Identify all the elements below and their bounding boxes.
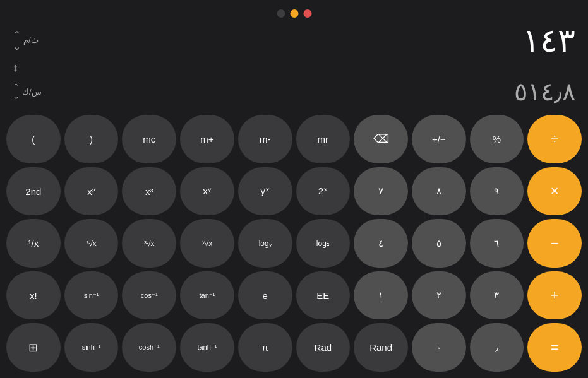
btn-x_[interactable]: x² — [64, 167, 119, 216]
btn-_[interactable]: ٦ — [470, 219, 524, 268]
btn-_[interactable]: − — [527, 219, 582, 268]
btn-tan__[interactable]: tan⁻¹ — [180, 271, 234, 320]
btn-2_[interactable]: 2ˣ — [296, 167, 351, 216]
secondary-value: ٥١٤٫٨ — [514, 77, 575, 106]
main-value: ١٤٣ — [522, 23, 575, 59]
btn-_[interactable]: ) — [64, 115, 119, 163]
btn-_[interactable]: ÷ — [527, 115, 582, 163]
btn-_[interactable]: ( — [6, 115, 61, 163]
button-row-0: ()mcm+m-mr⌫+/−%÷ — [6, 115, 582, 163]
btn-sin__[interactable]: sin⁻¹ — [64, 271, 119, 320]
btn-_[interactable]: ⊞ — [6, 323, 61, 372]
btn-x_[interactable]: xʸ — [180, 167, 234, 216]
button-row-3: x!sin⁻¹cos⁻¹tan⁻¹eEE١٢٣+ — [6, 271, 582, 320]
button-row-1: 2ndx²x³xʸyˣ2ˣ٧٨٩× — [6, 167, 582, 216]
btn-y_[interactable]: yˣ — [238, 167, 292, 216]
btn-EE[interactable]: EE — [296, 271, 351, 320]
button-row-4: ⊞sinh⁻¹cosh⁻¹tanh⁻¹πRadRand٠٫= — [6, 323, 582, 372]
btn-_[interactable]: π — [238, 323, 292, 372]
chevron-up-down-icon-2: ⌃⌄ — [13, 82, 20, 101]
btn-mr[interactable]: mr — [296, 115, 351, 163]
btn-_[interactable]: ١ — [354, 271, 408, 320]
btn-2nd[interactable]: 2nd — [6, 167, 61, 216]
btn-_[interactable]: ٢ — [412, 271, 466, 320]
btn-log_[interactable]: logᵧ — [238, 219, 292, 268]
convert-arrow-icon[interactable]: ↕ — [13, 59, 575, 77]
chevron-up-down-icon: ⌃⌄ — [13, 30, 21, 52]
btn-_[interactable]: % — [470, 115, 524, 163]
traffic-lights — [277, 9, 311, 18]
btn-cos__[interactable]: cos⁻¹ — [122, 271, 176, 320]
minimize-button[interactable] — [277, 9, 285, 18]
btn-x_[interactable]: x! — [6, 271, 61, 320]
btn-x_[interactable]: x³ — [122, 167, 176, 216]
unit-selector-top[interactable]: ث/م ⌃⌄ — [13, 30, 39, 52]
btn-_[interactable]: ٧ — [354, 167, 408, 216]
maximize-button[interactable] — [290, 9, 298, 18]
calculator-body: ()mcm+m-mr⌫+/−%÷2ndx²x³xʸyˣ2ˣ٧٨٩×¹/x²√x³… — [0, 111, 588, 378]
btn-cosh__[interactable]: cosh⁻¹ — [122, 323, 176, 372]
btn-_[interactable]: ⌫ — [354, 115, 408, 163]
btn-Rad[interactable]: Rad — [296, 323, 351, 372]
btn-__x[interactable]: ¹/x — [6, 219, 61, 268]
btn-tanh__[interactable]: tanh⁻¹ — [180, 323, 234, 372]
btn-m_[interactable]: m+ — [180, 115, 234, 163]
btn-__x[interactable]: ²√x — [64, 219, 119, 268]
btn-__x[interactable]: ³√x — [122, 219, 176, 268]
close-button[interactable] — [303, 9, 311, 18]
btn-mc[interactable]: mc — [122, 115, 176, 163]
btn-_[interactable]: ٠ — [412, 323, 466, 372]
btn-e[interactable]: e — [238, 271, 292, 320]
btn-__x[interactable]: ʸ√x — [180, 219, 234, 268]
btn-___[interactable]: +/− — [412, 115, 466, 163]
btn-Rand[interactable]: Rand — [354, 323, 408, 372]
btn-m_[interactable]: m- — [238, 115, 292, 163]
btn-_[interactable]: = — [527, 323, 582, 372]
btn-_[interactable]: ٣ — [470, 271, 524, 320]
button-row-2: ¹/x²√x³√xʸ√xlogᵧlog₂٤٥٦− — [6, 219, 582, 268]
btn-_[interactable]: ٨ — [412, 167, 466, 216]
btn-_[interactable]: ٥ — [412, 219, 466, 268]
btn-_[interactable]: + — [527, 271, 582, 320]
display-area: ١٤٣ ث/م ⌃⌄ ↕ ٥١٤٫٨ س/ك ⌃⌄ — [0, 23, 588, 111]
btn-sinh__[interactable]: sinh⁻¹ — [64, 323, 119, 372]
btn-_[interactable]: ٩ — [470, 167, 524, 216]
btn-log_[interactable]: log₂ — [296, 219, 351, 268]
unit-selector-bot[interactable]: س/ك ⌃⌄ — [13, 82, 42, 101]
titlebar — [0, 0, 588, 23]
btn-_[interactable]: ٫ — [470, 323, 524, 372]
btn-_[interactable]: × — [527, 167, 582, 216]
btn-_[interactable]: ٤ — [354, 219, 408, 268]
